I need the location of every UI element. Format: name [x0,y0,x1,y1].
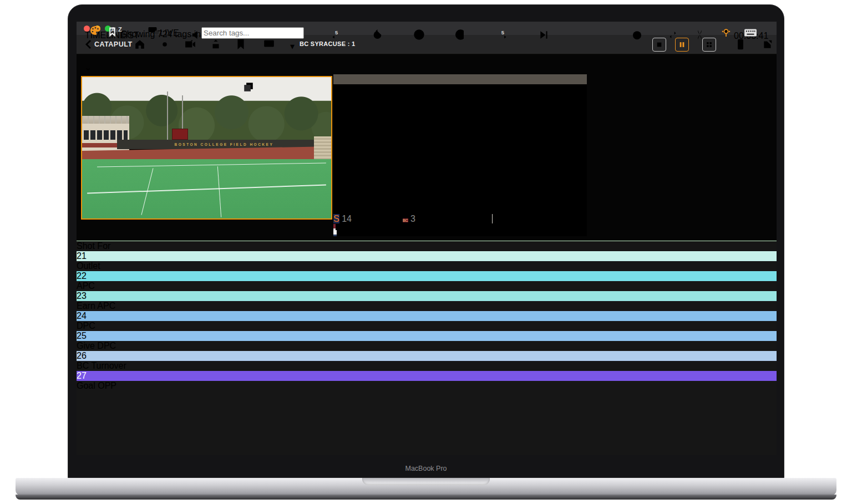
svg-text:5: 5 [335,30,338,35]
boston-college-logo: BC [403,218,408,222]
left-video-bleachers [314,136,331,159]
laptop-base [16,478,836,496]
settings-gear-icon[interactable] [159,39,170,52]
filter-icon[interactable] [303,29,313,39]
svg-text:5: 5 [501,30,504,35]
row-label: DPC [77,321,777,331]
video-right-broadcast[interactable]: ACCN S 14Syracuse 0 BC 3Boston Coll 0 1s… [333,74,587,236]
timeline-row: 27Goal OPP [77,371,777,391]
row-label: Earn APC [77,301,777,311]
player-figure [333,230,337,236]
search-input[interactable] [201,27,304,39]
right-video-players [333,224,587,236]
device-label: MacBook Pro [68,465,784,472]
keyboard-icon[interactable] [744,28,757,40]
collapse-chevron-icon[interactable]: ⌄ [84,62,92,73]
right-video-stands [333,83,587,97]
row-label: Shot For [77,241,777,251]
row-label: APC [77,281,777,291]
video-left-wide-angle[interactable]: BOSTON COLLEGE FIELD HOCKEY [81,76,332,220]
timeline-row: 22APC [77,271,777,291]
forward-5-seconds-icon[interactable]: 5 [497,29,509,43]
row-label: Goal OPP [77,381,777,391]
skip-end-icon[interactable] [539,29,550,43]
tags-bookmark-icon[interactable] [108,27,117,40]
syracuse-logo: S [333,214,339,223]
share-upload-icon[interactable] [210,39,221,52]
screen: CATAPULT ▾ BC SYRACUSE : 1 [77,22,777,455]
replay-icon[interactable] [371,28,384,43]
home-icon[interactable] [134,39,145,52]
field-scoreboard [172,129,188,140]
row-badge[interactable]: 26 [77,351,777,361]
scoreboard-overlay: S 14Syracuse 0 BC 3Boston Coll 0 1st 14:… [333,214,587,224]
catapult-logo: CATAPULT [84,40,133,49]
laptop-base-edge [16,495,836,500]
session-title[interactable]: BC SYRACUSE : 1 [300,40,355,47]
timeline-row: 23Earn APC [77,291,777,311]
row-badge[interactable]: 24 [77,311,777,321]
row-label: Outlet [77,261,777,271]
timeline-row [77,391,777,393]
row-badge[interactable]: 27 [77,371,777,381]
back-5-seconds-icon[interactable]: 5 [329,29,342,43]
row-label: Give DPC [77,341,777,351]
bookmark-icon[interactable] [236,39,246,52]
timeline-row: 26BC Turnover [77,351,777,371]
list-options-icon[interactable] [89,29,99,39]
timeline-row: 24DPC [77,311,777,331]
hourglass-icon[interactable] [694,28,706,43]
display-icon[interactable] [263,39,275,52]
timeline-row: 21Outlet [77,251,777,271]
macbook-device: CATAPULT ▾ BC SYRACUSE : 1 [0,0,852,504]
duplicate-window-icon[interactable] [243,82,254,95]
single-view-button[interactable] [652,38,666,52]
video-region: ⌄ BOSTON COLLEGE FIELD HOCKEY [77,54,589,241]
player-figure [333,224,336,230]
stopwatch-add-icon[interactable] [631,28,643,43]
row-label: BC Turnover [77,361,777,371]
pin-marker-icon[interactable] [720,27,732,42]
laptop-lid: CATAPULT ▾ BC SYRACUSE : 1 [68,4,784,478]
row-badge[interactable]: 21 [77,251,777,261]
light-pole [167,91,168,142]
play-speed-icon[interactable] [454,28,467,43]
template-menu-icon[interactable] [87,83,97,94]
row-badge[interactable]: 25 [77,331,777,341]
row-badge[interactable]: 23 [77,291,777,301]
play-icon[interactable] [413,28,425,43]
row-badge[interactable]: 22 [77,271,777,281]
timeline-row: 25Give DPC [77,331,777,351]
main-content: ⌄ BOSTON COLLEGE FIELD HOCKEY [77,54,777,241]
loop-icon[interactable] [666,29,679,43]
